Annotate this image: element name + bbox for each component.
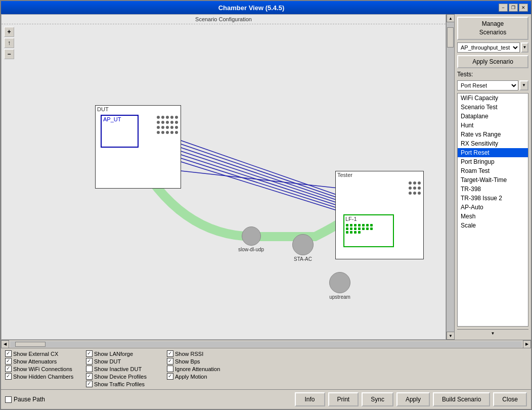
- cb-show-dut: Show DUT: [86, 358, 167, 365]
- upstream-node: upstream: [329, 272, 350, 300]
- close-window-button[interactable]: ✕: [519, 4, 528, 12]
- cb-traffic-profiles-input[interactable]: [86, 381, 93, 387]
- cb-show-traffic-profiles: Show Traffic Profiles: [86, 381, 167, 387]
- right-panel: Manage Scenarios AP_throughput_test ▼ Ap…: [454, 14, 531, 340]
- scenario-dropdown-arrow[interactable]: ▼: [521, 42, 528, 53]
- window-title: Chamber View (5.4.5): [4, 4, 499, 12]
- dropdown-item[interactable]: Roam Test: [458, 166, 528, 175]
- h-scroll-track[interactable]: [10, 341, 522, 347]
- bottom-buttons-bar: Pause Path Info Print Sync Apply Build S…: [1, 389, 531, 409]
- cb-external-cx-input[interactable]: [5, 350, 12, 357]
- dropdown-item[interactable]: Port Reset: [458, 148, 528, 157]
- svg-line-2: [181, 148, 348, 204]
- svg-line-5: [181, 158, 348, 211]
- print-button[interactable]: Print: [328, 392, 359, 406]
- cb-show-rssi: Show RSSI: [167, 350, 248, 357]
- restore-button[interactable]: ❐: [509, 4, 518, 12]
- zoom-in-button[interactable]: +: [4, 27, 14, 37]
- dropdown-item[interactable]: Rate vs Range: [458, 130, 528, 139]
- cb-device-profiles-input[interactable]: [86, 373, 93, 380]
- dropdown-item[interactable]: WiFi Capacity: [458, 94, 528, 103]
- scenario-select-row: AP_throughput_test ▼: [457, 42, 528, 53]
- dropdown-item[interactable]: Dataplane: [458, 112, 528, 121]
- scroll-thumb[interactable]: [447, 27, 454, 48]
- cb-show-attenuators: Show Attenuators: [5, 358, 86, 365]
- h-scroll-right[interactable]: ▶: [523, 340, 531, 348]
- close-button[interactable]: Close: [493, 392, 527, 406]
- right-scrollbar-bottom: ▼: [457, 329, 528, 337]
- dropdown-item[interactable]: RX Sensitivity: [458, 139, 528, 148]
- main-content: Scenario Configuration + ↑ −: [1, 14, 531, 348]
- canvas-viewport[interactable]: + ↑ −: [2, 24, 446, 339]
- svg-line-1: [181, 144, 348, 201]
- cb-show-device-profiles: Show Device Profiles: [86, 373, 167, 380]
- cb-apply-motion-input[interactable]: [167, 373, 173, 380]
- bottom-scrollbar-bar: ◀ ▶: [1, 340, 531, 348]
- cb-show-external-cx: Show External CX: [5, 350, 86, 357]
- cb-show-inactive-dut: Show Inactive DUT: [86, 366, 167, 372]
- svg-line-0: [181, 141, 348, 199]
- manage-scenarios-button[interactable]: Manage Scenarios: [457, 17, 528, 40]
- dropdown-item[interactable]: Scenario Test: [458, 103, 528, 112]
- h-scrollbar: ◀ ▶: [1, 340, 531, 348]
- dropdown-item[interactable]: TR-398 Issue 2: [458, 194, 528, 203]
- scroll-up-button[interactable]: ▲: [447, 14, 455, 22]
- tester-box: Tester LF-1: [335, 171, 424, 259]
- dropdown-item[interactable]: Scale: [458, 221, 528, 230]
- dropdown-item[interactable]: Mesh: [458, 212, 528, 221]
- h-scroll-thumb[interactable]: [15, 342, 46, 347]
- cb-ignore-attenuation: Ignore Attenuation: [167, 366, 248, 372]
- pause-path-label: Pause Path: [14, 396, 45, 403]
- cb-show-wifi-connections: Show WiFi Connections: [5, 366, 86, 372]
- ap-ut-label: AP_UT: [102, 116, 138, 123]
- build-scenario-button[interactable]: Build Scenario: [433, 392, 490, 406]
- apply-scenario-button[interactable]: Apply Scenario: [457, 55, 528, 68]
- tester-label: Tester: [336, 171, 423, 178]
- scroll-down-button[interactable]: ▼: [447, 332, 455, 340]
- canvas-area: Scenario Configuration + ↑ −: [1, 14, 446, 340]
- h-scroll-left[interactable]: ◀: [1, 340, 9, 348]
- pause-path-checkbox[interactable]: [5, 396, 12, 403]
- lf1-label: LF-1: [344, 215, 393, 222]
- cb-show-lanforge: Show LANforge: [86, 350, 167, 357]
- scenario-select[interactable]: AP_throughput_test: [457, 42, 520, 53]
- dropdown-item[interactable]: TR-398: [458, 185, 528, 194]
- tests-select-row: Port Reset ▼: [457, 80, 528, 90]
- svg-line-6: [181, 162, 348, 214]
- zoom-fit-button[interactable]: ↑: [4, 38, 14, 48]
- cb-attenuators-input[interactable]: [5, 358, 12, 365]
- scroll-track[interactable]: [447, 22, 454, 332]
- cb-ignore-attenuation-input[interactable]: [167, 366, 173, 372]
- zoom-controls: + ↑ −: [4, 27, 14, 59]
- action-buttons-row: Info Print Sync Apply Build Scenario Clo…: [295, 392, 527, 406]
- tests-dropdown-arrow[interactable]: ▼: [519, 80, 528, 90]
- cb-hidden-chambers-input[interactable]: [5, 373, 12, 380]
- dut-label: DUT: [96, 106, 181, 113]
- apply-button[interactable]: Apply: [396, 392, 430, 406]
- dropdown-item[interactable]: Hunt: [458, 121, 528, 130]
- cb-wifi-connections-input[interactable]: [5, 366, 12, 372]
- tests-select[interactable]: Port Reset: [457, 80, 518, 90]
- sta-ac-node: STA-AC: [292, 234, 314, 262]
- cb-rssi-input[interactable]: [167, 350, 173, 357]
- checkbox-col-1: Show External CX Show Attenuators Show W…: [5, 350, 86, 387]
- dropdown-item[interactable]: Port Bringup: [458, 157, 528, 166]
- sync-button[interactable]: Sync: [362, 392, 393, 406]
- dropdown-item[interactable]: Target-Wait-Time: [458, 175, 528, 185]
- dut-box: DUT AP_UT: [95, 105, 181, 189]
- cb-inactive-dut-input[interactable]: [86, 366, 93, 372]
- dropdown-item[interactable]: AP-Auto: [458, 203, 528, 212]
- cb-dut-input[interactable]: [86, 358, 93, 365]
- tests-dropdown-list[interactable]: WiFi CapacityScenario TestDataplaneHuntR…: [457, 93, 528, 327]
- info-button[interactable]: Info: [295, 392, 325, 406]
- checkbox-rows: Show External CX Show Attenuators Show W…: [5, 350, 527, 387]
- svg-line-3: [181, 151, 348, 206]
- checkbox-col-2: Show LANforge Show DUT Show Inactive DUT…: [86, 350, 167, 387]
- cb-show-bps: Show Bps: [167, 358, 248, 365]
- minimize-button[interactable]: −: [499, 4, 508, 12]
- zoom-out-button[interactable]: −: [4, 49, 14, 59]
- cb-lanforge-input[interactable]: [86, 350, 93, 357]
- slow-dl-udp-label: slow-dl-udp: [238, 247, 264, 252]
- upstream-label: upstream: [329, 294, 350, 300]
- cb-bps-input[interactable]: [167, 358, 173, 365]
